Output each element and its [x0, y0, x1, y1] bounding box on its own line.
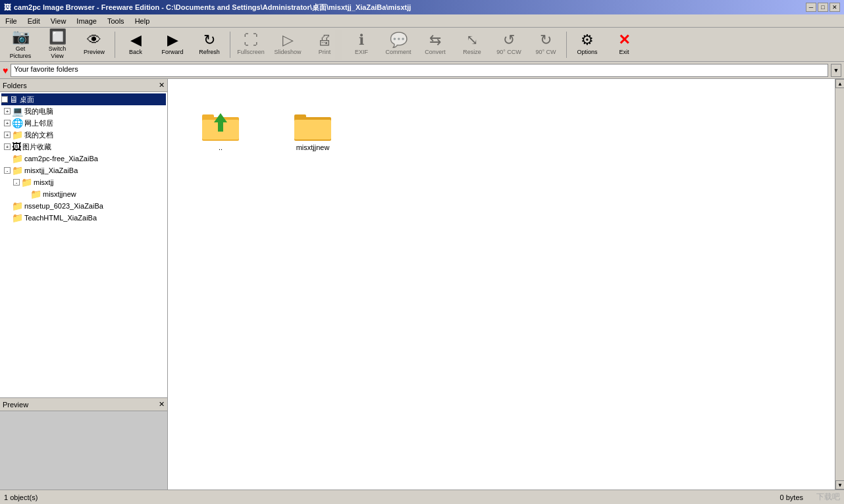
expand-button[interactable]: + — [4, 143, 11, 150]
preview-close-button[interactable]: ✕ — [159, 400, 165, 409]
toolbar-separator — [115, 32, 115, 58]
status-left: 1 object(s) — [4, 493, 38, 501]
scroll-up-arrow[interactable]: ▲ — [835, 79, 844, 88]
expand-button[interactable]: - — [13, 179, 20, 186]
options-label: Options — [577, 49, 597, 56]
tree-item-我的电脑[interactable]: +💻我的电脑 — [4, 105, 166, 117]
fullscreen-label: Fullscreen — [237, 49, 265, 56]
file-item-parent[interactable]: .. — [194, 105, 247, 154]
exif-icon: ℹ — [359, 33, 364, 47]
titlebar-left: 🖼 cam2pc Image Browser - Freeware Editio… — [4, 3, 411, 13]
scroll-down-arrow[interactable]: ▼ — [835, 480, 844, 490]
expand-button[interactable]: + — [4, 108, 11, 114]
close-button[interactable]: ✕ — [830, 3, 840, 12]
window-title: cam2pc Image Browser - Freeware Edition … — [14, 3, 411, 13]
preview-button[interactable]: 👁Preview — [76, 30, 112, 60]
menu-image[interactable]: Image — [74, 16, 99, 26]
folder-up-icon — [201, 108, 240, 142]
address-input[interactable]: Your favorite folders — [11, 64, 828, 77]
rotate-ccw-icon: ↺ — [503, 33, 515, 47]
convert-icon: ⇆ — [429, 33, 441, 47]
tree-item-桌面[interactable]: -🖥桌面 — [1, 93, 166, 105]
titlebar: 🖼 cam2pc Image Browser - Freeware Editio… — [0, 0, 844, 14]
maximize-button[interactable]: □ — [818, 3, 828, 12]
slideshow-button: ▷Slideshow — [270, 30, 305, 60]
tree-item-misxtjjnew[interactable]: 📁misxtjjnew — [22, 188, 166, 200]
menu-help[interactable]: Help — [132, 16, 153, 26]
resize-button: ⤡Resize — [454, 30, 490, 60]
scroll-track[interactable] — [835, 88, 844, 480]
menu-view[interactable]: View — [48, 16, 69, 26]
tree-item-图片收藏[interactable]: +🖼图片收藏 — [4, 141, 166, 153]
tree-label: 我的文档 — [24, 130, 53, 140]
expand-button[interactable]: - — [4, 167, 11, 174]
folder-icon — [293, 108, 332, 142]
comment-icon: 💬 — [390, 33, 408, 47]
comment-button: 💬Comment — [381, 30, 416, 60]
tree-spacer — [4, 214, 11, 221]
folder-icon: 💻 — [12, 106, 23, 116]
options-button[interactable]: ⚙Options — [569, 30, 605, 60]
tree-item-misxtjj_XiaZaiBa[interactable]: -📁misxtjj_XiaZaiBa — [4, 164, 166, 176]
expand-button[interactable]: + — [4, 120, 11, 126]
folders-title: Folders — [3, 82, 27, 89]
get-pictures-button[interactable]: 📷Get Pictures — [3, 30, 38, 60]
minimize-button[interactable]: ─ — [806, 3, 816, 12]
convert-button: ⇆Convert — [417, 30, 453, 60]
file-label: .. — [219, 143, 223, 151]
exit-button[interactable]: ✕Exit — [606, 30, 642, 60]
rotate-cw-button: ↻90° CW — [528, 30, 564, 60]
status-right: 0 bytes — [780, 493, 803, 501]
addressbar: ♥ Your favorite folders ▼ — [0, 62, 844, 79]
tree-label: cam2pc-free_XiaZaiBa — [24, 155, 98, 163]
folder-icon: 🖼 — [12, 141, 21, 152]
refresh-button[interactable]: ↻Refresh — [192, 30, 227, 60]
tree-item-我的文档[interactable]: +📁我的文档 — [4, 129, 166, 141]
folder-icon: 🖥 — [9, 94, 18, 105]
exit-label: Exit — [619, 49, 629, 56]
preview-panel: Preview ✕ — [0, 397, 167, 490]
left-panel: Folders ✕ -🖥桌面+💻我的电脑+🌐网上邻居+📁我的文档+🖼图片收藏📁c… — [0, 79, 168, 490]
statusbar: 1 object(s) 0 bytes 下载吧 — [0, 490, 844, 504]
tree-item-cam2pc-free_XiaZaiBa[interactable]: 📁cam2pc-free_XiaZaiBa — [4, 153, 166, 164]
file-item-misxtjjnew[interactable]: misxtjjnew — [286, 105, 339, 154]
tree-item-nssetup_6023_XiaZaiBa[interactable]: 📁nssetup_6023_XiaZaiBa — [4, 200, 166, 212]
preview-label: Preview — [84, 49, 105, 56]
slideshow-label: Slideshow — [274, 49, 301, 56]
switch-view-button[interactable]: 🔲Switch View — [40, 30, 75, 60]
svg-rect-5 — [294, 114, 306, 120]
menu-edit[interactable]: Edit — [25, 16, 43, 26]
folders-close-button[interactable]: ✕ — [159, 81, 165, 89]
resize-icon: ⤡ — [466, 33, 478, 47]
watermark: 下载吧 — [816, 491, 840, 503]
folder-icon: 📁 — [12, 153, 23, 164]
exif-label: EXIF — [355, 49, 368, 56]
back-button[interactable]: ◀Back — [118, 30, 153, 60]
expand-button[interactable]: - — [1, 96, 8, 103]
folder-icon: 📁 — [12, 213, 23, 223]
options-icon: ⚙ — [581, 33, 594, 47]
switch-view-icon: 🔲 — [49, 30, 66, 44]
rotate-cw-icon: ↻ — [540, 33, 552, 47]
address-dropdown-button[interactable]: ▼ — [831, 64, 841, 77]
tree-label: 我的电脑 — [24, 107, 53, 116]
menubar: FileEditViewImageToolsHelp — [0, 14, 844, 28]
expand-button[interactable]: + — [4, 132, 11, 138]
back-icon: ◀ — [130, 33, 142, 47]
file-browser: ..misxtjjnew — [168, 79, 835, 490]
tree-item-TeachHTML_XiaZaiBa[interactable]: 📁TeachHTML_XiaZaiBa — [4, 212, 166, 224]
forward-button[interactable]: ▶Forward — [155, 30, 190, 60]
tree-item-网上邻居[interactable]: +🌐网上邻居 — [4, 117, 166, 129]
app-icon: 🖼 — [4, 3, 11, 11]
exif-button: ℹEXIF — [344, 30, 379, 60]
menu-file[interactable]: File — [3, 16, 20, 26]
folder-icon: 📁 — [12, 201, 23, 211]
file-grid: ..misxtjjnew — [174, 86, 828, 154]
tree-spacer — [4, 203, 11, 209]
rotate-ccw-label: 90° CCW — [496, 49, 521, 56]
folder-icon: 📁 — [21, 177, 32, 188]
tree-item-misxtjj[interactable]: -📁misxtjj — [13, 176, 166, 188]
menu-tools[interactable]: Tools — [105, 16, 127, 26]
print-button: 🖨Print — [307, 30, 342, 60]
forward-label: Forward — [161, 49, 183, 56]
